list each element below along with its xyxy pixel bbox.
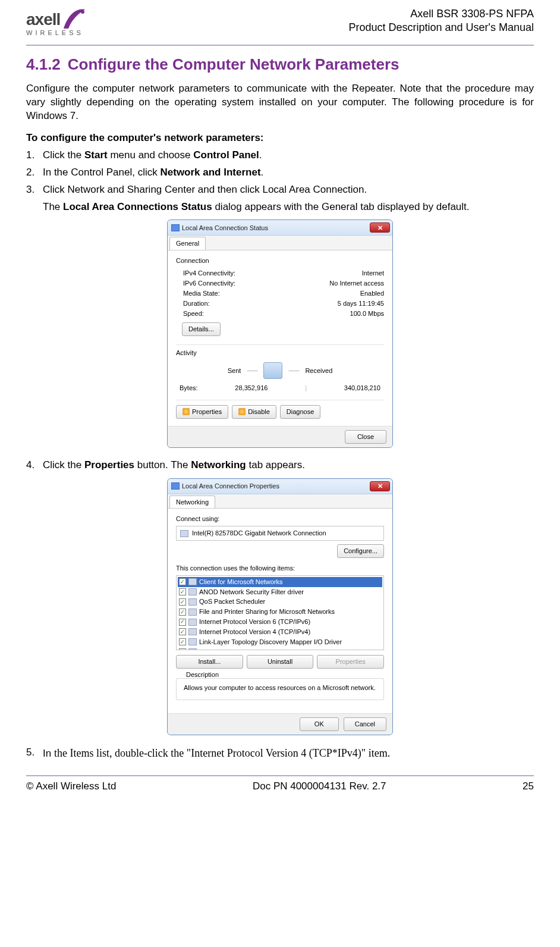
kv-row: IPv6 Connectivity:No Internet access (176, 279, 384, 288)
checkbox-icon[interactable]: ✓ (179, 578, 186, 585)
list-item[interactable]: ✓Internet Protocol Version 4 (TCP/IPv4) (178, 627, 382, 637)
page-footer: © Axell Wireless Ltd Doc PN 4000004131 R… (26, 780, 534, 794)
checkbox-icon[interactable]: ✓ (179, 628, 186, 635)
footer-center: Doc PN 4000004131 Rev. 2.7 (253, 780, 386, 794)
configure-button[interactable]: Configure... (337, 544, 384, 558)
adapter-name: Intel(R) 82578DC Gigabit Network Connect… (192, 529, 326, 538)
logo-text-top: axell (26, 8, 60, 31)
checkbox-icon[interactable]: ✓ (179, 598, 186, 606)
page-header: axell WIRELESS Axell BSR 3308-PS NFPA Pr… (26, 7, 534, 42)
intro-paragraph: Configure the computer network parameter… (26, 82, 534, 123)
connection-group: Connection IPv4 Connectivity:Internet IP… (176, 256, 384, 336)
bytes-label: Bytes: (180, 384, 198, 393)
doc-title-line2: Product Description and User's Manual (348, 21, 534, 35)
properties-button[interactable]: Properties (176, 405, 228, 419)
footer-right: 25 (523, 780, 534, 794)
kv-row: IPv4 Connectivity:Internet (176, 269, 384, 278)
close-button[interactable]: Close (345, 430, 386, 444)
status-dialog: Local Area Connection Status ✕ General C… (167, 219, 393, 447)
activity-group-label: Activity (176, 349, 384, 358)
component-icon (188, 638, 197, 645)
component-icon (188, 628, 197, 635)
step-5: 5. In the Items list, double-click the "… (26, 746, 534, 761)
component-icon (188, 588, 197, 595)
properties-dialog: Local Area Connection Properties ✕ Netwo… (167, 478, 393, 736)
details-button[interactable]: Details... (182, 322, 221, 336)
footer-divider (26, 775, 534, 776)
adapter-icon (180, 530, 188, 537)
section-title-text: Configure the Computer Network Parameter… (68, 55, 399, 73)
tab-general[interactable]: General (169, 237, 206, 250)
diagnose-button[interactable]: Diagnose (280, 405, 320, 419)
connection-items-list[interactable]: ✓Client for Microsoft Networks ✓ANOD Net… (176, 575, 384, 650)
step-list-2: 4. Click the Properties button. The Netw… (26, 459, 534, 472)
checkbox-icon[interactable]: ✓ (179, 648, 186, 650)
list-item[interactable]: ✓QoS Packet Scheduler (178, 597, 382, 607)
step-1: 1. Click the Start menu and choose Contr… (26, 149, 534, 162)
properties-dialog-tabs: Networking (168, 494, 392, 509)
description-label: Description (184, 671, 221, 678)
activity-group: Activity Sent —— —— Received Bytes: 28,3… (176, 349, 384, 393)
status-dialog-tabs: General (168, 236, 392, 250)
checkbox-icon[interactable]: ✓ (179, 638, 186, 645)
install-button[interactable]: Install... (176, 655, 243, 669)
component-icon (188, 619, 197, 626)
procedure-subhead: To configure the computer's network para… (26, 131, 534, 145)
kv-row: Media State:Enabled (176, 289, 384, 298)
logo-swoosh-icon (61, 7, 87, 31)
component-icon (188, 609, 197, 616)
bytes-recv: 340,018,210 (344, 384, 380, 393)
step-2: 2. In the Control Panel, click Network a… (26, 166, 534, 180)
header-divider (26, 45, 534, 46)
doc-title-line1: Axell BSR 3308-PS NFPA (348, 7, 534, 21)
ok-button[interactable]: OK (300, 717, 339, 731)
checkbox-icon[interactable]: ✓ (179, 619, 186, 626)
cancel-button[interactable]: Cancel (344, 717, 386, 731)
description-text: Allows your computer to access resources… (184, 683, 376, 692)
list-item[interactable]: ✓Link-Layer Topology Discovery Responder (178, 647, 382, 650)
connection-group-label: Connection (176, 256, 384, 265)
connect-using-label: Connect using: (176, 515, 384, 523)
brand-logo: axell WIRELESS (26, 7, 87, 37)
status-dialog-title: Local Area Connection Status (182, 224, 268, 233)
logo-text-bottom: WIRELESS (26, 29, 84, 37)
header-right: Axell BSR 3308-PS NFPA Product Descripti… (348, 7, 534, 35)
bytes-sent: 28,352,916 (235, 384, 268, 393)
footer-left: © Axell Wireless Ltd (26, 780, 116, 794)
tab-networking[interactable]: Networking (169, 496, 215, 509)
component-icon (188, 578, 197, 585)
kv-row: Duration:5 days 11:19:45 (176, 299, 384, 308)
step-3-note: The Local Area Connections Status dialog… (43, 200, 534, 214)
item-properties-button[interactable]: Properties (317, 655, 384, 669)
section-heading: 4.1.2Configure the Computer Network Para… (26, 54, 534, 75)
list-item[interactable]: ✓File and Printer Sharing for Microsoft … (178, 607, 382, 617)
sent-label: Sent (228, 366, 241, 375)
svg-point-0 (81, 10, 84, 14)
items-list-label: This connection uses the following items… (176, 564, 384, 573)
properties-dialog-title: Local Area Connection Properties (182, 482, 279, 491)
list-item[interactable]: ✓Internet Protocol Version 6 (TCP/IPv6) (178, 617, 382, 627)
close-icon[interactable]: ✕ (370, 222, 390, 233)
component-icon (188, 648, 197, 650)
uninstall-button[interactable]: Uninstall (247, 655, 314, 669)
properties-dialog-titlebar[interactable]: Local Area Connection Properties ✕ (168, 479, 392, 494)
step-list-3: 5. In the Items list, double-click the "… (26, 746, 534, 761)
received-label: Received (305, 366, 332, 375)
adapter-box: Intel(R) 82578DC Gigabit Network Connect… (176, 526, 384, 541)
disable-button[interactable]: Disable (232, 405, 276, 419)
network-icon (171, 482, 180, 490)
kv-row: Speed:100.0 Mbps (176, 309, 384, 318)
shield-icon (238, 408, 246, 415)
list-item[interactable]: ✓Link-Layer Topology Discovery Mapper I/… (178, 637, 382, 647)
step-list-1: 1. Click the Start menu and choose Contr… (26, 149, 534, 197)
checkbox-icon[interactable]: ✓ (179, 609, 186, 616)
list-item[interactable]: ✓Client for Microsoft Networks (178, 577, 382, 587)
checkbox-icon[interactable]: ✓ (179, 588, 186, 595)
computers-icon (263, 362, 282, 379)
list-item[interactable]: ✓ANOD Network Security Filter driver (178, 587, 382, 597)
network-icon (171, 224, 180, 231)
close-icon[interactable]: ✕ (370, 481, 390, 491)
status-dialog-titlebar[interactable]: Local Area Connection Status ✕ (168, 220, 392, 236)
shield-icon (183, 408, 190, 415)
section-number: 4.1.2 (26, 55, 61, 73)
